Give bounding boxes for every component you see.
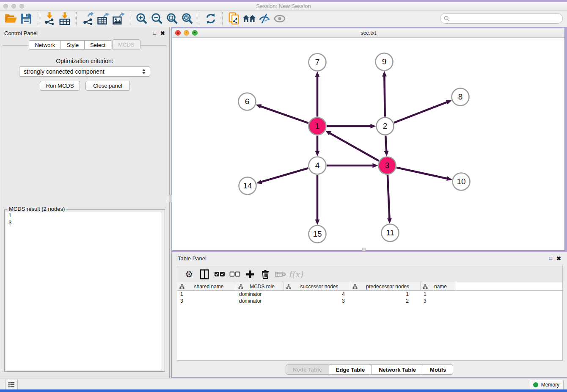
tab-network-table[interactable]: Network Table (372, 364, 423, 375)
zoom-out-icon[interactable] (149, 11, 165, 26)
float-table-panel-icon[interactable]: □ (549, 255, 552, 261)
graph-edge-3-1[interactable] (330, 133, 379, 161)
tab-motifs[interactable]: Motifs (423, 364, 453, 375)
table-cell[interactable]: 3 (177, 298, 236, 304)
import-table-icon[interactable] (57, 11, 72, 26)
graph-edge-3-10[interactable] (396, 168, 447, 179)
show-panels-button[interactable] (5, 380, 18, 390)
graph-node-15[interactable]: 15 (309, 226, 326, 243)
tab-edge-table[interactable]: Edge Table (329, 364, 372, 375)
table-cell[interactable]: dominator (236, 291, 284, 297)
column-header-shared-name[interactable]: shared name (177, 282, 236, 290)
network-canvas[interactable]: 7968124314101511 (172, 38, 564, 250)
mcds-result-list[interactable]: 13 (6, 212, 164, 370)
duplicate-network-icon[interactable] (226, 11, 242, 26)
home-network-icon[interactable] (242, 11, 257, 26)
zoom-fit-icon[interactable] (165, 11, 180, 26)
result-line: 3 (6, 219, 164, 226)
column-header-successor-nodes[interactable]: successor nodes (284, 282, 350, 290)
close-panel-button[interactable]: Close panel (85, 81, 130, 91)
float-panel-icon[interactable]: □ (153, 30, 156, 36)
graph-edge-2-3[interactable] (385, 136, 386, 152)
table-cell[interactable]: 1 (177, 291, 236, 297)
table-cell[interactable]: dominator (236, 298, 284, 304)
graph-node-9[interactable]: 9 (376, 53, 393, 71)
show-view-icon[interactable] (272, 11, 287, 26)
mcds-result-title: MCDS result (2 nodes) (7, 206, 66, 212)
export-network-icon[interactable] (80, 11, 96, 26)
function-builder-icon[interactable]: f(x) (288, 268, 303, 281)
table-cell[interactable]: 3 (421, 298, 456, 304)
search-box[interactable] (440, 13, 563, 24)
zoom-in-icon[interactable] (134, 11, 149, 26)
graph-node-4[interactable]: 4 (309, 157, 326, 174)
run-mcds-button[interactable]: Run MCDS (40, 81, 80, 91)
apply-layout-icon[interactable] (203, 11, 218, 26)
svg-text:6: 6 (245, 97, 250, 106)
table-panel: Table Panel □ ✖ ⚙ f(x) shared nameMCDS r… (172, 252, 567, 377)
graph-edge-1-6[interactable] (261, 106, 308, 123)
graph-node-8[interactable]: 8 (452, 88, 469, 106)
graph-node-3[interactable]: 3 (379, 157, 396, 174)
select-all-icon[interactable] (212, 268, 227, 281)
graph-node-10[interactable]: 10 (453, 173, 470, 190)
network-window-titlebar[interactable]: x - + scc.txt (172, 28, 564, 38)
delete-column-icon[interactable] (273, 268, 288, 281)
toggle-columns-icon[interactable] (197, 268, 212, 281)
node-table[interactable]: shared nameMCDS rolesuccessor nodesprede… (177, 282, 563, 361)
graph-node-1[interactable]: 1 (309, 118, 326, 135)
create-column-icon[interactable] (242, 268, 258, 281)
desktop-background (0, 389, 567, 392)
graph-node-7[interactable]: 7 (309, 54, 326, 71)
graph-node-2[interactable]: 2 (377, 118, 394, 135)
graph-edge-3-11[interactable] (388, 175, 390, 219)
column-header-predecessor-nodes[interactable]: predecessor nodes (350, 282, 421, 290)
table-row[interactable]: 1dominator411 (177, 291, 562, 298)
graph-edge-2-9[interactable] (384, 76, 385, 117)
column-header-MCDS-role[interactable]: MCDS role (236, 282, 284, 290)
memory-button[interactable]: Memory (529, 380, 564, 390)
vertical-splitter[interactable] (169, 27, 171, 378)
hide-view-icon[interactable] (257, 11, 272, 26)
table-row[interactable]: 3dominator323 (177, 298, 562, 304)
table-panel-title: Table Panel (178, 255, 549, 262)
tab-network[interactable]: Network (29, 40, 61, 50)
save-session-icon[interactable] (19, 11, 34, 26)
result-scrollbar[interactable] (161, 212, 164, 370)
table-cell[interactable]: 2 (350, 298, 421, 304)
tab-style[interactable]: Style (61, 40, 85, 50)
table-cell[interactable]: 3 (284, 298, 350, 304)
graph-node-11[interactable]: 11 (382, 224, 399, 242)
open-session-icon[interactable] (3, 11, 19, 26)
tab-mcds[interactable]: MCDS (112, 39, 140, 50)
import-network-icon[interactable] (42, 11, 57, 26)
table-cell[interactable]: 1 (421, 291, 456, 297)
search-input[interactable] (452, 15, 553, 22)
table-cell[interactable]: 4 (284, 291, 350, 297)
table-cell[interactable]: 1 (350, 291, 421, 297)
delete-table-icon[interactable] (258, 268, 273, 281)
export-image-icon[interactable] (111, 11, 126, 26)
tab-node-table[interactable]: Node Table (286, 364, 329, 375)
graph-node-14[interactable]: 14 (239, 177, 256, 195)
deselect-all-icon[interactable] (227, 268, 242, 281)
close-panel-icon[interactable]: ✖ (160, 30, 165, 36)
export-table-icon[interactable] (96, 11, 111, 26)
svg-text:2: 2 (383, 121, 388, 130)
tab-select[interactable]: Select (85, 40, 111, 50)
table-mode-gear-icon[interactable]: ⚙ (182, 268, 197, 281)
graph-edge-4-14[interactable] (261, 168, 308, 182)
toolbar-separator (222, 12, 223, 25)
optimization-select[interactable]: strongly connected component (19, 66, 150, 77)
network-graph[interactable]: 7968124314101511 (172, 38, 564, 250)
table-toolbar: ⚙ f(x) (177, 266, 563, 283)
zoom-selected-icon[interactable] (180, 11, 195, 26)
memory-label: Memory (541, 382, 559, 388)
search-icon (444, 16, 450, 22)
graph-edge-2-8[interactable] (394, 102, 447, 123)
column-header-name[interactable]: name (421, 282, 456, 290)
horizontal-splitter-handle[interactable] (362, 248, 366, 251)
graph-node-6[interactable]: 6 (239, 93, 256, 110)
close-table-panel-icon[interactable]: ✖ (556, 255, 561, 262)
toolbar-separator (76, 12, 77, 25)
